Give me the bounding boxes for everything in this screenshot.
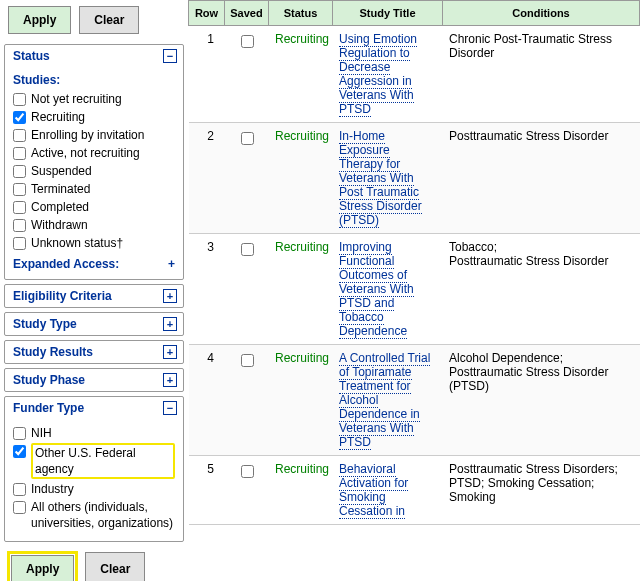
collapse-icon: − <box>163 49 177 63</box>
funder-checkbox-label[interactable]: Other U.S. Federal agency <box>35 446 136 476</box>
status-checkbox-label[interactable]: Suspended <box>31 163 92 179</box>
status-checkbox[interactable] <box>13 237 26 250</box>
save-checkbox[interactable] <box>241 243 254 256</box>
saved-cell <box>225 123 269 234</box>
conditions-cell: Posttraumatic Stress Disorders; PTSD; Sm… <box>443 456 640 525</box>
funder-checkbox-label[interactable]: All others (individuals, universities, o… <box>31 499 175 531</box>
funder-checkbox-label[interactable]: Industry <box>31 481 74 497</box>
top-button-row: Apply Clear <box>0 0 188 42</box>
conditions-cell: Posttraumatic Stress Disorder <box>443 123 640 234</box>
status-checkbox-label[interactable]: Withdrawn <box>31 217 88 233</box>
funder-checkbox[interactable] <box>13 483 26 496</box>
panel-eligibility-title: Eligibility Criteria <box>13 289 112 303</box>
status-cell: Recruiting <box>269 26 333 123</box>
save-checkbox[interactable] <box>241 354 254 367</box>
status-checkbox[interactable] <box>13 183 26 196</box>
status-checkbox[interactable] <box>13 111 26 124</box>
funder-option: NIH <box>13 425 175 441</box>
status-checkbox[interactable] <box>13 219 26 232</box>
study-title-link[interactable]: Using Emotion Regulation to Decrease Agg… <box>339 32 417 117</box>
funder-checkbox-label[interactable]: NIH <box>31 425 52 441</box>
status-cell: Recruiting <box>269 123 333 234</box>
table-row: 5RecruitingBehavioral Activation for Smo… <box>189 456 640 525</box>
status-checkbox-label[interactable]: Recruiting <box>31 109 85 125</box>
status-cell: Recruiting <box>269 456 333 525</box>
results-table: Row Saved Status Study Title Conditions … <box>188 0 640 525</box>
conditions-cell: Chronic Post-Traumatic Stress Disorder <box>443 26 640 123</box>
status-checkbox-label[interactable]: Not yet recruiting <box>31 91 122 107</box>
panel-eligibility-header[interactable]: Eligibility Criteria + <box>5 285 183 307</box>
col-title-header[interactable]: Study Title <box>333 1 443 26</box>
status-checkbox-label[interactable]: Enrolling by invitation <box>31 127 144 143</box>
table-row: 2RecruitingIn-Home Exposure Therapy for … <box>189 123 640 234</box>
panel-study-results-header[interactable]: Study Results + <box>5 341 183 363</box>
panel-study-phase-header[interactable]: Study Phase + <box>5 369 183 391</box>
expand-icon: + <box>168 257 175 271</box>
status-option: Terminated <box>13 181 175 197</box>
expand-icon: + <box>163 373 177 387</box>
study-title-link[interactable]: Behavioral Activation for Smoking Cessat… <box>339 462 408 519</box>
collapse-icon: − <box>163 401 177 415</box>
table-row: 4RecruitingA Controlled Trial of Topiram… <box>189 345 640 456</box>
panel-status: Status − Studies: Not yet recruitingRecr… <box>4 44 184 280</box>
status-checkbox-label[interactable]: Unknown status† <box>31 235 123 251</box>
filter-sidebar: Apply Clear Status − Studies: Not yet re… <box>0 0 188 581</box>
save-checkbox[interactable] <box>241 465 254 478</box>
expand-icon: + <box>163 289 177 303</box>
status-checkbox[interactable] <box>13 147 26 160</box>
expand-icon: + <box>163 317 177 331</box>
col-row-header[interactable]: Row <box>189 1 225 26</box>
status-checkbox[interactable] <box>13 165 26 178</box>
funder-checkbox[interactable] <box>13 501 26 514</box>
save-checkbox[interactable] <box>241 132 254 145</box>
panel-study-results-title: Study Results <box>13 345 93 359</box>
panel-funder-type: Funder Type − NIHOther U.S. Federal agen… <box>4 396 184 542</box>
save-checkbox[interactable] <box>241 35 254 48</box>
clear-button-bottom[interactable]: Clear <box>85 552 145 581</box>
status-option: Suspended <box>13 163 175 179</box>
funder-checkbox[interactable] <box>13 445 26 458</box>
status-option: Recruiting <box>13 109 175 125</box>
study-title-link[interactable]: A Controlled Trial of Topiramate Treatme… <box>339 351 430 450</box>
status-option: Active, not recruiting <box>13 145 175 161</box>
apply-button-top[interactable]: Apply <box>8 6 71 34</box>
saved-cell <box>225 26 269 123</box>
apply-highlight: Apply <box>8 552 77 581</box>
funder-checkbox[interactable] <box>13 427 26 440</box>
status-checkbox-label[interactable]: Completed <box>31 199 89 215</box>
conditions-cell: Tobacco; Posttraumatic Stress Disorder <box>443 234 640 345</box>
funder-highlight: Other U.S. Federal agency <box>31 443 175 479</box>
panel-study-type-header[interactable]: Study Type + <box>5 313 183 335</box>
panel-eligibility: Eligibility Criteria + <box>4 284 184 308</box>
apply-button-bottom[interactable]: Apply <box>11 555 74 581</box>
conditions-cell: Alcohol Dependence; Posttraumatic Stress… <box>443 345 640 456</box>
panel-study-type-title: Study Type <box>13 317 77 331</box>
status-cell: Recruiting <box>269 345 333 456</box>
expanded-access-label: Expanded Access: <box>13 257 119 271</box>
status-checkbox-label[interactable]: Terminated <box>31 181 90 197</box>
funder-option: Other U.S. Federal agency <box>13 443 175 479</box>
table-row: 3RecruitingImproving Functional Outcomes… <box>189 234 640 345</box>
col-status-header[interactable]: Status <box>269 1 333 26</box>
expanded-access-row[interactable]: Expanded Access: + <box>13 257 175 271</box>
col-saved-header[interactable]: Saved <box>225 1 269 26</box>
panel-study-results: Study Results + <box>4 340 184 364</box>
expand-icon: + <box>163 345 177 359</box>
panel-funder-title: Funder Type <box>13 401 84 415</box>
saved-cell <box>225 234 269 345</box>
status-checkbox[interactable] <box>13 201 26 214</box>
results-area: Row Saved Status Study Title Conditions … <box>188 0 640 581</box>
clear-button-top[interactable]: Clear <box>79 6 139 34</box>
status-checkbox-label[interactable]: Active, not recruiting <box>31 145 140 161</box>
panel-status-header[interactable]: Status − <box>5 45 183 67</box>
row-number: 1 <box>189 26 225 123</box>
panel-funder-header[interactable]: Funder Type − <box>5 397 183 419</box>
bottom-button-row: Apply Clear <box>0 546 188 581</box>
status-checkbox[interactable] <box>13 129 26 142</box>
col-cond-header[interactable]: Conditions <box>443 1 640 26</box>
study-title-link[interactable]: In-Home Exposure Therapy for Veterans Wi… <box>339 129 422 228</box>
funder-option: All others (individuals, universities, o… <box>13 499 175 531</box>
title-cell: A Controlled Trial of Topiramate Treatme… <box>333 345 443 456</box>
study-title-link[interactable]: Improving Functional Outcomes of Veteran… <box>339 240 414 339</box>
status-checkbox[interactable] <box>13 93 26 106</box>
